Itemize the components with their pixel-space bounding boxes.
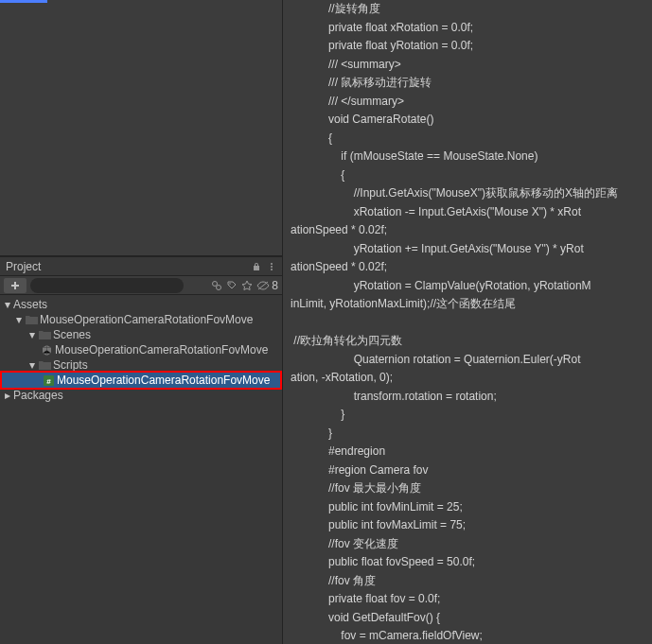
arrow-down-icon[interactable]: ▾ xyxy=(26,358,38,372)
project-tree: ▾ Assets ▾ MouseOperationCameraRotationF… xyxy=(0,295,282,405)
svg-text:#: # xyxy=(46,376,51,385)
filter-by-label-icon[interactable] xyxy=(226,280,238,291)
csharp-script-icon: # xyxy=(42,374,55,387)
svg-point-0 xyxy=(271,263,273,265)
arrow-down-icon[interactable]: ▾ xyxy=(26,328,38,341)
project-tab-title[interactable]: Project xyxy=(6,260,252,273)
svg-point-1 xyxy=(271,266,273,268)
arrow-right-icon[interactable]: ▸ xyxy=(2,389,13,402)
search-input[interactable] xyxy=(30,278,184,293)
unity-scene-icon xyxy=(40,343,53,357)
folder-icon xyxy=(38,328,51,341)
arrow-down-icon[interactable]: ▾ xyxy=(2,298,13,311)
upper-empty-area xyxy=(0,0,282,256)
svg-point-6 xyxy=(217,285,221,289)
highlight-box: # MouseOperationCameraRotationFovMove xyxy=(0,371,282,390)
tree-scene-file[interactable]: MouseOperationCameraRotationFovMove xyxy=(0,342,282,357)
folder-icon xyxy=(38,358,51,372)
hidden-items[interactable]: 8 xyxy=(256,279,278,292)
code-viewer[interactable]: //旋转角度 private float xRotation = 0.0f; p… xyxy=(283,0,652,644)
svg-point-5 xyxy=(213,281,218,286)
folder-icon xyxy=(25,313,38,326)
menu-dots-icon[interactable] xyxy=(267,262,276,271)
tree-folder-scenes[interactable]: ▾ Scenes xyxy=(0,327,282,342)
project-toolbar: 8 xyxy=(0,276,282,295)
add-button[interactable] xyxy=(4,278,26,293)
lock-icon[interactable] xyxy=(252,262,261,271)
tree-folder-root[interactable]: ▾ MouseOperationCameraRotationFovMove xyxy=(0,312,282,327)
tree-assets[interactable]: ▾ Assets xyxy=(0,297,282,312)
filter-by-type-icon[interactable] xyxy=(211,280,222,291)
project-panel: Project xyxy=(0,0,283,644)
project-header: Project xyxy=(0,257,282,276)
tree-packages[interactable]: ▸ Packages xyxy=(0,388,282,403)
favorite-icon[interactable] xyxy=(241,280,253,291)
arrow-down-icon[interactable]: ▾ xyxy=(13,313,25,326)
tab-indicator xyxy=(0,0,47,3)
code-content: //旋转角度 private float xRotation = 0.0f; p… xyxy=(291,0,644,644)
tree-script-file[interactable]: # MouseOperationCameraRotationFovMove xyxy=(2,373,280,388)
svg-point-7 xyxy=(230,283,232,285)
svg-point-2 xyxy=(271,269,273,270)
